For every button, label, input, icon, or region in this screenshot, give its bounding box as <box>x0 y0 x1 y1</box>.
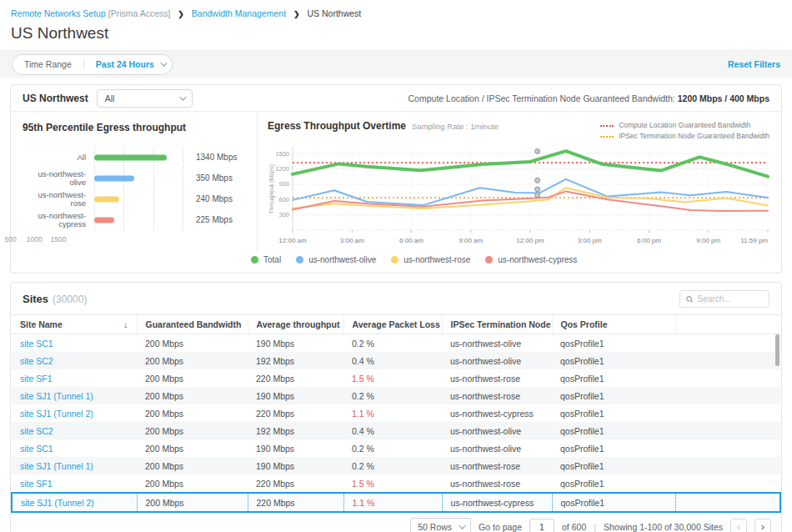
ipsec-termination-node-cell: us-northwest-rose <box>442 474 552 493</box>
site-name-link[interactable]: site SC1 <box>12 439 137 457</box>
table-row[interactable]: site SJ1 (Tunnel 1)200 Mbps190 Mbps0.2 %… <box>12 457 780 474</box>
table-row[interactable]: site SF1200 Mbps220 Mbps1.5 %us-northwes… <box>12 369 780 387</box>
breadcrumb-separator-icon: ❯ <box>293 10 300 18</box>
qos-profile-cell: qosProfile1 <box>552 439 675 457</box>
site-name-link[interactable]: site SJ1 (Tunnel 2) <box>12 404 137 422</box>
chevron-down-icon <box>459 522 465 529</box>
column-header-site-name[interactable]: Site Name↓ <box>12 315 137 334</box>
average-packet-loss-cell: 1.5 % <box>343 369 442 387</box>
table-row[interactable]: site SJ1 (Tunnel 2)200 Mbps220 Mbps1.1 %… <box>12 404 780 422</box>
site-name-link[interactable]: site SJ1 (Tunnel 2) <box>12 493 137 512</box>
guaranteed-bandwidth-cell: 200 Mbps <box>137 352 248 369</box>
average-packet-loss-cell: 1.1 % <box>343 493 442 512</box>
line-chart-sampling-rate: Sampling Rate : 1minute <box>412 120 499 131</box>
dotted-line-swatch-icon <box>600 136 614 138</box>
legend-dot-icon <box>251 256 258 263</box>
site-name-link[interactable]: site SC2 <box>12 422 137 439</box>
average-packet-loss-cell: 0.2 % <box>343 334 442 353</box>
series-legend-item-us-northwest-cypress[interactable]: us-northwest-cypress <box>485 255 577 264</box>
table-scrollbar-thumb[interactable] <box>775 334 779 366</box>
svg-text:300: 300 <box>278 211 289 218</box>
bar-category-label: us-northwest-olive <box>23 170 94 187</box>
breadcrumb-link-bandwidth-management[interactable]: Bandwidth Management <box>192 8 286 18</box>
legend-dot-icon <box>485 256 493 263</box>
svg-text:Throughput (Mbps): Throughput (Mbps) <box>268 164 275 214</box>
page-title: US Northwest <box>0 18 792 50</box>
gridline <box>123 209 124 230</box>
scope-select-dropdown[interactable]: All <box>97 89 193 108</box>
region-label: US Northwest <box>23 93 88 104</box>
guaranteed-bandwidth-summary: Compute Location / IPSec Termination Nod… <box>409 93 769 103</box>
bar-row-us-northwest-cypress: us-northwest-cypress225 Mbps <box>23 209 252 230</box>
line-chart-header: Egress Throughput Overtime Sampling Rate… <box>268 120 774 142</box>
time-range-label: Time Range <box>13 59 84 69</box>
bar-segment <box>94 154 167 160</box>
breadcrumb-suffix-prisma-access: [Prisma Access] <box>108 8 171 18</box>
breadcrumb-separator-icon: ❯ <box>178 10 184 18</box>
reference-legend-label: Compute Location Guaranteed Bandwidth <box>619 120 750 131</box>
table-row[interactable]: site SC1200 Mbps190 Mbps0.2 %us-northwes… <box>12 334 780 353</box>
legend-dot-icon <box>391 256 399 263</box>
series-legend-item-us-northwest-rose[interactable]: us-northwest-rose <box>391 255 470 264</box>
svg-text:600: 600 <box>278 196 289 203</box>
search-icon <box>686 295 694 304</box>
bar-category-label: All <box>23 153 94 162</box>
sites-table-header-row: Site Name↓Guaranteed BandwidthAverage th… <box>12 315 780 334</box>
guaranteed-bandwidth-value: 1200 Mbps / 400 Mbps <box>678 93 769 103</box>
go-to-page-input[interactable] <box>529 519 554 532</box>
total-pages-label: of 600 <box>562 522 586 532</box>
percentile-bar-chart: 95th Percentile Egress throughput All134… <box>11 112 258 252</box>
series-legend-item-us-northwest-olive[interactable]: us-northwest-olive <box>296 255 376 264</box>
site-name-link[interactable]: site SC2 <box>12 352 137 369</box>
sites-table: Site Name↓Guaranteed BandwidthAverage th… <box>11 314 781 513</box>
table-row[interactable]: site SJ1 (Tunnel 1)200 Mbps190 Mbps0.2 %… <box>12 387 780 404</box>
average-packet-loss-cell: 0.2 % <box>343 457 442 474</box>
rows-per-page-dropdown[interactable]: 50 Rows <box>410 518 471 532</box>
series-legend-label: us-northwest-olive <box>308 255 376 264</box>
sort-descending-icon[interactable]: ↓ <box>123 319 128 329</box>
sites-table-wrap: Site Name↓Guaranteed BandwidthAverage th… <box>11 314 781 513</box>
sites-panel: Sites (30000) Site Name↓Guaranteed Bandw… <box>10 282 782 532</box>
site-name-link[interactable]: site SC1 <box>12 334 137 353</box>
column-header-qos-profile: Qos Profile <box>552 315 675 334</box>
gridline <box>153 168 154 188</box>
site-name-link[interactable]: site SF1 <box>12 369 137 387</box>
site-name-link[interactable]: site SJ1 (Tunnel 1) <box>12 457 137 474</box>
time-range-dropdown[interactable]: Past 24 Hours <box>84 59 172 69</box>
bar-segment <box>94 196 119 202</box>
bar-row-us-northwest-rose: us-northwest-rose240 Mbps <box>23 188 252 209</box>
next-page-button[interactable]: › <box>754 519 771 532</box>
qos-profile-cell: qosProfile1 <box>552 334 675 353</box>
bar-value-label: 240 Mbps <box>183 194 252 203</box>
ipsec-termination-node-cell: us-northwest-cypress <box>442 404 552 422</box>
average-throughput-cell: 190 Mbps <box>248 387 343 404</box>
site-name-link[interactable]: site SJ1 (Tunnel 1) <box>12 387 137 404</box>
gridline <box>183 168 183 188</box>
average-packet-loss-cell: 0.2 % <box>343 387 442 404</box>
breadcrumb-link-remote-networks-setup[interactable]: Remote Networks Setup <box>11 8 106 18</box>
site-name-link[interactable]: site SF1 <box>12 474 137 493</box>
series-legend: Totalus-northwest-oliveus-northwest-rose… <box>11 252 781 273</box>
go-to-page-label: Go to page <box>479 522 522 532</box>
average-packet-loss-cell: 0.4 % <box>343 352 442 369</box>
ipsec-termination-node-cell: us-northwest-rose <box>442 387 552 404</box>
reset-filters-button[interactable]: Reset Filters <box>728 59 780 69</box>
showing-range-label: Showing 1-100 of 30,000 Sites <box>604 522 723 532</box>
qos-profile-cell: qosProfile1 <box>552 387 675 404</box>
svg-text:9:00 am: 9:00 am <box>459 237 483 244</box>
table-row[interactable]: site SC1200 Mbps190 Mbps0.2 %us-northwes… <box>12 439 780 457</box>
legend-dot-icon <box>296 256 303 263</box>
dotted-line-swatch-icon <box>600 125 614 127</box>
table-row[interactable]: site SF1200 Mbps220 Mbps1.5 %us-northwes… <box>12 474 780 493</box>
chevron-down-icon <box>160 59 167 66</box>
table-row[interactable]: site SC2200 Mbps192 Mbps0.4 %us-northwes… <box>12 352 780 369</box>
series-legend-item-total[interactable]: Total <box>251 255 281 264</box>
guaranteed-bandwidth-cell: 200 Mbps <box>137 369 248 387</box>
bar-track <box>94 147 183 168</box>
qos-profile-cell: qosProfile1 <box>552 474 675 493</box>
previous-page-button[interactable]: ‹ <box>730 519 747 532</box>
table-row[interactable]: site SC2200 Mbps192 Mbps0.4 %us-northwes… <box>12 422 780 439</box>
chevron-down-icon <box>179 93 186 100</box>
table-row[interactable]: site SJ1 (Tunnel 2)200 Mbps220 Mbps1.1 %… <box>12 493 780 512</box>
sites-search-input[interactable] <box>698 294 763 304</box>
